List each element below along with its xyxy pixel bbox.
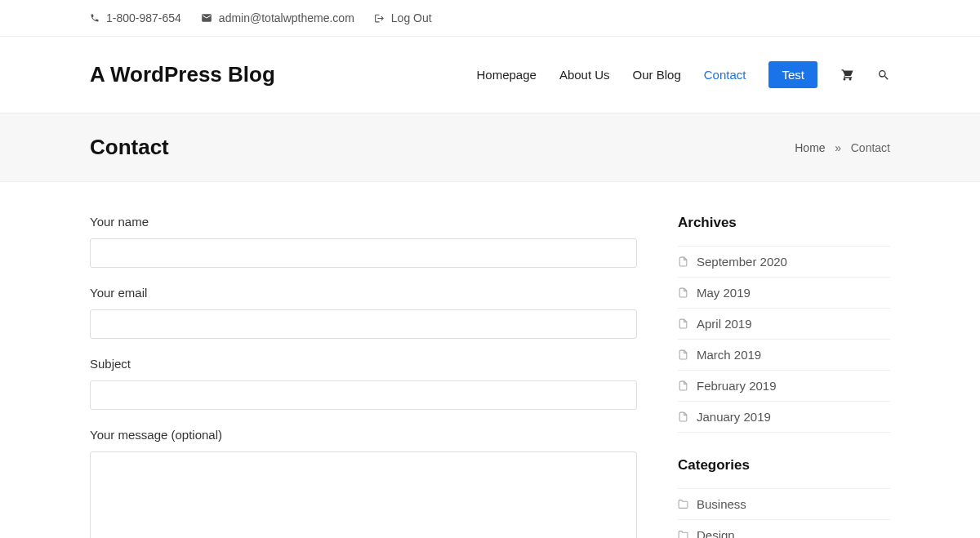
- list-item[interactable]: March 2019: [678, 340, 890, 371]
- breadcrumb-current: Contact: [851, 141, 890, 154]
- topbar-email[interactable]: admin@totalwptheme.com: [201, 11, 354, 24]
- category-link[interactable]: Design: [697, 528, 735, 538]
- list-item[interactable]: September 2020: [678, 247, 890, 278]
- name-input[interactable]: [90, 238, 637, 268]
- archive-link[interactable]: January 2019: [697, 410, 771, 424]
- archive-link[interactable]: April 2019: [697, 317, 752, 331]
- nav-about-us[interactable]: About Us: [559, 68, 610, 82]
- email-icon: [201, 12, 212, 24]
- breadcrumb-separator: »: [829, 141, 848, 154]
- document-icon: [678, 349, 688, 360]
- email-label: Your email: [90, 286, 637, 300]
- search-icon[interactable]: [877, 69, 890, 82]
- page-title: Contact: [90, 135, 169, 160]
- archive-link[interactable]: September 2020: [697, 255, 787, 269]
- message-textarea[interactable]: [90, 451, 637, 538]
- subject-label: Subject: [90, 357, 637, 371]
- document-icon: [678, 287, 688, 298]
- nav-homepage[interactable]: Homepage: [476, 68, 536, 82]
- breadcrumb: Home » Contact: [795, 141, 890, 154]
- archive-link[interactable]: February 2019: [697, 379, 777, 393]
- archive-link[interactable]: May 2019: [697, 286, 751, 300]
- document-icon: [678, 256, 688, 267]
- page-header: Contact Home » Contact: [0, 113, 980, 182]
- header: A WordPress Blog Homepage About Us Our B…: [0, 37, 980, 113]
- site-title[interactable]: A WordPress Blog: [90, 62, 275, 87]
- categories-title: Categories: [678, 457, 890, 474]
- categories-list: Business Design: [678, 488, 890, 538]
- name-label: Your name: [90, 215, 637, 229]
- email-text: admin@totalwptheme.com: [219, 11, 354, 24]
- archives-list: September 2020 May 2019 April 2019 March…: [678, 246, 890, 433]
- archives-widget: Archives September 2020 May 2019 April 2…: [678, 215, 890, 433]
- main-content: Your name Your email Subject Your messag…: [90, 215, 637, 538]
- list-item[interactable]: May 2019: [678, 278, 890, 309]
- list-item[interactable]: February 2019: [678, 371, 890, 402]
- category-link[interactable]: Business: [697, 497, 746, 511]
- list-item[interactable]: January 2019: [678, 402, 890, 433]
- folder-icon: [678, 499, 688, 509]
- message-label: Your message (optional): [90, 428, 637, 442]
- nav-contact[interactable]: Contact: [704, 68, 746, 82]
- cart-icon[interactable]: [840, 68, 854, 82]
- archives-title: Archives: [678, 215, 890, 231]
- breadcrumb-home[interactable]: Home: [795, 141, 825, 154]
- categories-widget: Categories Business Design: [678, 457, 890, 538]
- document-icon: [678, 318, 688, 329]
- phone-text: 1-800-987-654: [106, 11, 181, 24]
- document-icon: [678, 380, 688, 391]
- topbar-logout[interactable]: Log Out: [374, 11, 432, 24]
- sidebar: Archives September 2020 May 2019 April 2…: [678, 215, 890, 538]
- logout-link[interactable]: Log Out: [391, 11, 432, 24]
- archive-link[interactable]: March 2019: [697, 348, 761, 362]
- subject-input[interactable]: [90, 380, 637, 410]
- logout-icon: [374, 13, 385, 24]
- list-item[interactable]: Business: [678, 489, 890, 520]
- document-icon: [678, 411, 688, 422]
- email-input[interactable]: [90, 309, 637, 339]
- topbar: 1-800-987-654 admin@totalwptheme.com Log…: [0, 0, 980, 37]
- nav-test-button[interactable]: Test: [768, 61, 817, 88]
- folder-icon: [678, 530, 688, 538]
- list-item[interactable]: Design: [678, 520, 890, 538]
- list-item[interactable]: April 2019: [678, 309, 890, 340]
- main-nav: Homepage About Us Our Blog Contact Test: [476, 61, 890, 88]
- phone-icon: [90, 13, 100, 23]
- topbar-phone[interactable]: 1-800-987-654: [90, 11, 181, 24]
- nav-our-blog[interactable]: Our Blog: [633, 68, 681, 82]
